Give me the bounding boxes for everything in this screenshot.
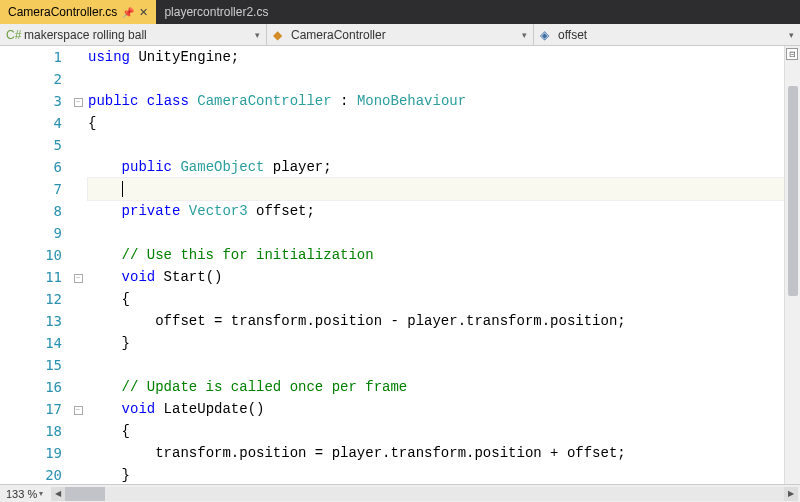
nav-class-dropdown[interactable]: ◆ CameraController ▾ bbox=[267, 24, 534, 45]
token: { bbox=[122, 291, 130, 307]
zoom-dropdown[interactable]: 133 % ▾ bbox=[0, 488, 49, 500]
token: public bbox=[122, 159, 172, 175]
tab-label: CameraController.cs bbox=[8, 5, 117, 19]
class-icon: ◆ bbox=[273, 28, 287, 42]
line-number: 13 bbox=[0, 310, 62, 332]
line-number: 9 bbox=[0, 222, 62, 244]
fold-cell bbox=[70, 222, 86, 244]
code-line[interactable] bbox=[88, 68, 784, 90]
code-line[interactable]: using UnityEngine; bbox=[88, 46, 784, 68]
line-number: 14 bbox=[0, 332, 62, 354]
token: private bbox=[122, 203, 181, 219]
field-icon: ◈ bbox=[540, 28, 554, 42]
fold-cell[interactable]: − bbox=[70, 398, 86, 420]
code-area[interactable]: using UnityEngine;public class CameraCon… bbox=[86, 46, 784, 484]
scroll-thumb[interactable] bbox=[65, 487, 105, 501]
line-number: 15 bbox=[0, 354, 62, 376]
token: UnityEngine; bbox=[130, 49, 239, 65]
fold-cell bbox=[70, 178, 86, 200]
token: player; bbox=[264, 159, 331, 175]
code-line[interactable]: void Start() bbox=[88, 266, 784, 288]
status-bar: 133 % ▾ ◀ ▶ bbox=[0, 484, 800, 502]
code-line[interactable]: private Vector3 offset; bbox=[88, 200, 784, 222]
scroll-right-icon[interactable]: ▶ bbox=[784, 487, 798, 501]
chevron-down-icon: ▾ bbox=[255, 30, 260, 40]
chevron-down-icon: ▾ bbox=[39, 489, 43, 498]
token: { bbox=[88, 115, 96, 131]
token: CameraController bbox=[197, 93, 331, 109]
token: offset = transform.position - player.tra… bbox=[155, 313, 625, 329]
token: : bbox=[332, 93, 357, 109]
fold-cell bbox=[70, 134, 86, 156]
nav-project-dropdown[interactable]: C# makerspace rolling ball ▾ bbox=[0, 24, 267, 45]
fold-cell bbox=[70, 112, 86, 134]
token: class bbox=[147, 93, 189, 109]
code-line[interactable]: { bbox=[88, 288, 784, 310]
editor[interactable]: 123456789101112131415161718192021 −−− us… bbox=[0, 46, 800, 484]
line-number: 1 bbox=[0, 46, 62, 68]
fold-cell bbox=[70, 310, 86, 332]
fold-minus-icon[interactable]: − bbox=[74, 406, 83, 415]
fold-cell[interactable]: − bbox=[70, 266, 86, 288]
line-number: 8 bbox=[0, 200, 62, 222]
token: Vector3 bbox=[189, 203, 248, 219]
line-number: 16 bbox=[0, 376, 62, 398]
vertical-scrollbar[interactable]: ⊟ bbox=[784, 46, 800, 484]
code-line[interactable]: void LateUpdate() bbox=[88, 398, 784, 420]
scroll-thumb[interactable] bbox=[788, 86, 798, 296]
fold-gutter[interactable]: −−− bbox=[70, 46, 86, 484]
horizontal-scrollbar[interactable]: ◀ ▶ bbox=[49, 487, 800, 501]
code-line[interactable] bbox=[88, 354, 784, 376]
code-line[interactable]: // Update is called once per frame bbox=[88, 376, 784, 398]
code-line[interactable]: 💡 bbox=[88, 178, 784, 200]
nav-bar: C# makerspace rolling ball ▾ ◆ CameraCon… bbox=[0, 24, 800, 46]
token: void bbox=[122, 269, 156, 285]
code-line[interactable]: transform.position = player.transform.po… bbox=[88, 442, 784, 464]
token: offset; bbox=[248, 203, 315, 219]
token bbox=[189, 93, 197, 109]
nav-project-label: makerspace rolling ball bbox=[24, 28, 147, 42]
chevron-down-icon: ▾ bbox=[522, 30, 527, 40]
pin-icon[interactable]: 📌 bbox=[122, 7, 134, 18]
fold-cell bbox=[70, 354, 86, 376]
line-number: 7 bbox=[0, 178, 62, 200]
fold-cell bbox=[70, 288, 86, 310]
fold-minus-icon[interactable]: − bbox=[74, 274, 83, 283]
chevron-down-icon: ▾ bbox=[789, 30, 794, 40]
fold-minus-icon[interactable]: − bbox=[74, 98, 83, 107]
code-line[interactable]: offset = transform.position - player.tra… bbox=[88, 310, 784, 332]
line-number: 20 bbox=[0, 464, 62, 484]
fold-cell bbox=[70, 442, 86, 464]
split-icon[interactable]: ⊟ bbox=[786, 48, 798, 60]
code-line[interactable]: } bbox=[88, 464, 784, 484]
close-icon[interactable]: ✕ bbox=[139, 6, 148, 19]
fold-cell bbox=[70, 200, 86, 222]
line-number: 18 bbox=[0, 420, 62, 442]
token: } bbox=[122, 467, 130, 483]
code-line[interactable]: { bbox=[88, 420, 784, 442]
fold-cell[interactable]: − bbox=[70, 90, 86, 112]
text-caret bbox=[122, 181, 123, 197]
code-line[interactable] bbox=[88, 134, 784, 156]
tab-inactive[interactable]: playercontroller2.cs bbox=[156, 0, 276, 24]
token bbox=[180, 203, 188, 219]
line-number: 6 bbox=[0, 156, 62, 178]
token: // Use this for initialization bbox=[122, 247, 374, 263]
scroll-track[interactable] bbox=[65, 487, 784, 501]
code-line[interactable]: { bbox=[88, 112, 784, 134]
fold-cell bbox=[70, 464, 86, 484]
code-line[interactable]: // Use this for initialization bbox=[88, 244, 784, 266]
fold-cell bbox=[70, 244, 86, 266]
tab-active[interactable]: CameraController.cs 📌 ✕ bbox=[0, 0, 156, 24]
line-number: 17 bbox=[0, 398, 62, 420]
token: MonoBehaviour bbox=[357, 93, 466, 109]
code-line[interactable]: } bbox=[88, 332, 784, 354]
code-line[interactable]: public GameObject player; bbox=[88, 156, 784, 178]
nav-member-dropdown[interactable]: ◈ offset ▾ bbox=[534, 24, 800, 45]
code-line[interactable] bbox=[88, 222, 784, 244]
scroll-left-icon[interactable]: ◀ bbox=[51, 487, 65, 501]
token: { bbox=[122, 423, 130, 439]
code-line[interactable]: public class CameraController : MonoBeha… bbox=[88, 90, 784, 112]
zoom-label: 133 % bbox=[6, 488, 37, 500]
line-number-gutter: 123456789101112131415161718192021 bbox=[0, 46, 70, 484]
